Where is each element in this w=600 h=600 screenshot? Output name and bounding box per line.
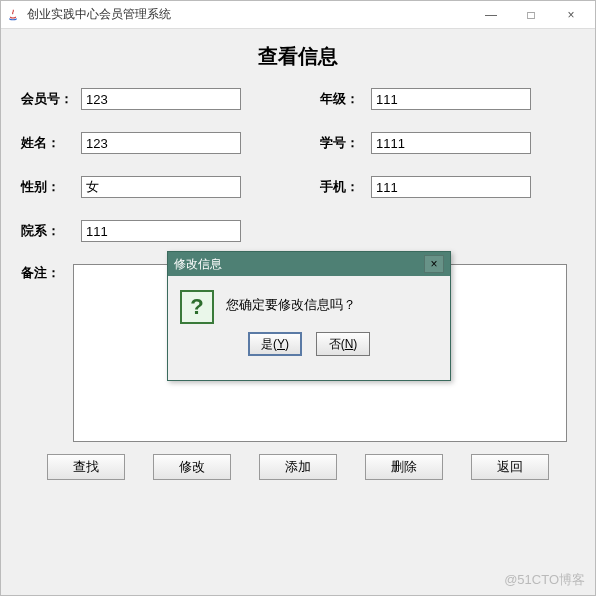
label-student-id: 学号：	[315, 134, 363, 152]
window-title: 创业实践中心会员管理系统	[27, 6, 471, 23]
main-window: 创业实践中心会员管理系统 — □ × 查看信息 会员号： 年级： 姓名： 学号：…	[0, 0, 596, 596]
gender-input[interactable]	[81, 176, 241, 198]
dialog-title: 修改信息	[174, 256, 424, 273]
question-icon: ?	[180, 290, 214, 324]
maximize-button[interactable]: □	[511, 2, 551, 28]
grade-input[interactable]	[371, 88, 531, 110]
label-dept: 院系：	[17, 222, 73, 240]
member-id-input[interactable]	[81, 88, 241, 110]
label-grade: 年级：	[315, 90, 363, 108]
label-remark: 备注：	[17, 264, 73, 282]
minimize-button[interactable]: —	[471, 2, 511, 28]
dialog-close-button[interactable]: ×	[424, 255, 444, 273]
yes-label: 是	[261, 337, 273, 351]
label-phone: 手机：	[315, 178, 363, 196]
label-name: 姓名：	[17, 134, 73, 152]
dialog-no-button[interactable]: 否(N)	[316, 332, 370, 356]
back-button[interactable]: 返回	[471, 454, 549, 480]
no-mnemonic: N	[345, 337, 354, 351]
titlebar[interactable]: 创业实践中心会员管理系统 — □ ×	[1, 1, 595, 29]
phone-input[interactable]	[371, 176, 531, 198]
label-member-id: 会员号：	[17, 90, 73, 108]
button-row: 查找 修改 添加 删除 返回	[17, 454, 579, 480]
watermark: @51CTO博客	[504, 571, 585, 589]
yes-mnemonic: Y	[277, 337, 285, 351]
dialog-yes-button[interactable]: 是(Y)	[248, 332, 302, 356]
window-controls: — □ ×	[471, 2, 591, 28]
modify-button[interactable]: 修改	[153, 454, 231, 480]
no-label: 否	[329, 337, 341, 351]
label-gender: 性别：	[17, 178, 73, 196]
confirm-dialog: 修改信息 × ? 您确定要修改信息吗？ 是(Y) 否(N)	[167, 251, 451, 381]
dept-input[interactable]	[81, 220, 241, 242]
add-button[interactable]: 添加	[259, 454, 337, 480]
student-id-input[interactable]	[371, 132, 531, 154]
dialog-message: 您确定要修改信息吗？	[226, 290, 356, 314]
delete-button[interactable]: 删除	[365, 454, 443, 480]
java-icon	[5, 7, 21, 23]
search-button[interactable]: 查找	[47, 454, 125, 480]
dialog-titlebar[interactable]: 修改信息 ×	[168, 252, 450, 276]
name-input[interactable]	[81, 132, 241, 154]
close-button[interactable]: ×	[551, 2, 591, 28]
page-title: 查看信息	[17, 43, 579, 70]
